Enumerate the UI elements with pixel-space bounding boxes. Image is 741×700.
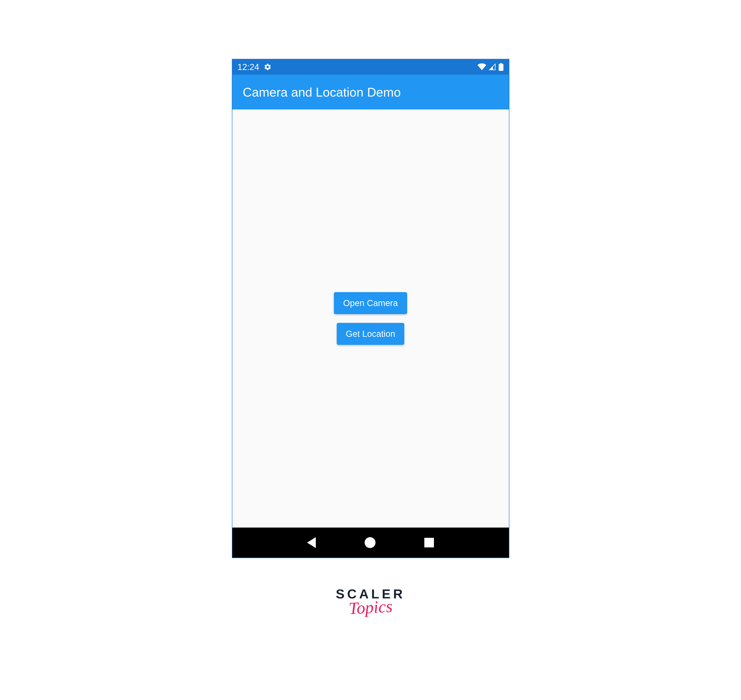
status-bar: 12:24 xyxy=(232,59,509,75)
watermark: SCALER Topics xyxy=(336,587,405,617)
content-area: Open Camera Get Location xyxy=(232,109,509,528)
nav-home-button[interactable] xyxy=(365,537,375,548)
open-camera-button[interactable]: Open Camera xyxy=(334,292,407,314)
nav-recent-button[interactable] xyxy=(424,538,434,547)
status-bar-left: 12:24 xyxy=(238,62,272,72)
gear-icon xyxy=(264,63,272,71)
device-frame: 12:24 Camera and Location Demo Open Came… xyxy=(232,59,509,558)
app-bar: Camera and Location Demo xyxy=(232,75,509,109)
app-title: Camera and Location Demo xyxy=(243,85,401,99)
svg-rect-0 xyxy=(498,64,503,71)
watermark-subbrand: Topics xyxy=(348,596,393,618)
signal-icon xyxy=(488,63,496,71)
battery-icon xyxy=(498,63,504,71)
navigation-bar xyxy=(232,528,509,557)
get-location-button[interactable]: Get Location xyxy=(337,323,404,345)
svg-rect-1 xyxy=(500,63,502,64)
wifi-icon xyxy=(478,63,486,71)
status-bar-right xyxy=(478,63,504,71)
status-time: 12:24 xyxy=(238,62,259,72)
nav-back-button[interactable] xyxy=(307,537,316,548)
